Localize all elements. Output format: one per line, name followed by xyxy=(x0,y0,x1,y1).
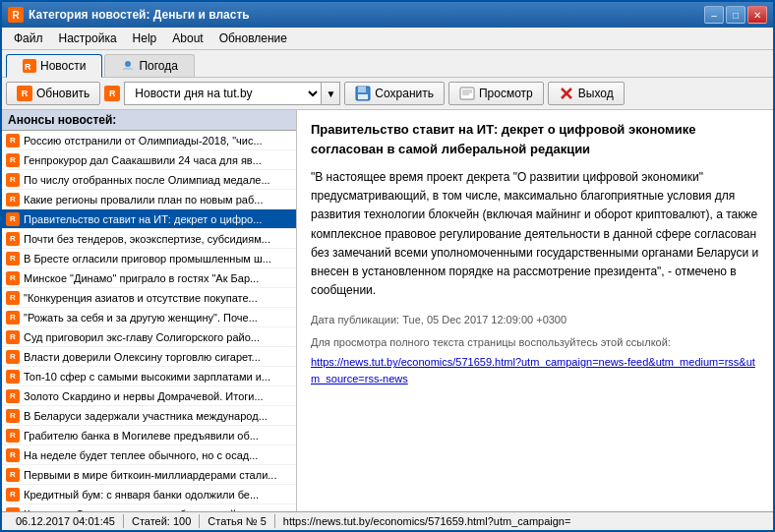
news-item-text: "Конкуренция азиатов и отсутствие покупа… xyxy=(24,292,292,304)
minimize-button[interactable]: – xyxy=(704,6,724,24)
svg-rect-6 xyxy=(460,88,474,99)
rss-item-icon: R xyxy=(6,370,20,384)
article-body: "В настоящее время проект декрета "О раз… xyxy=(311,168,759,300)
news-item-text: На неделе будет теплее обычного, но с ос… xyxy=(24,449,292,461)
news-list-item[interactable]: RВ Беларуси задержали участника междунар… xyxy=(2,406,296,426)
svg-point-2 xyxy=(125,61,131,67)
maximize-button[interactable]: □ xyxy=(726,6,745,24)
feed-select[interactable]: Новости дня на tut.by xyxy=(124,82,321,105)
news-item-text: Какие регионы провалили план по новым ра… xyxy=(24,194,292,206)
toolbar: R Обновить R Новости дня на tut.by ▼ Сох… xyxy=(2,78,773,110)
news-list-item[interactable]: RПервыми в мире биткоин-миллиардерами ст… xyxy=(2,465,296,485)
news-item-text: Почти без тендеров, экоэкспертизе, субси… xyxy=(24,233,292,245)
news-list-item[interactable]: RПравительство ставит на ИТ: декрет о ци… xyxy=(2,209,296,229)
news-item-text: Правительство ставит на ИТ: декрет о циф… xyxy=(24,213,292,225)
news-item-text: Суд приговорил экс-главу Солигорского ра… xyxy=(24,331,292,343)
article-link-label: Для просмотра полного текста страницы во… xyxy=(311,334,759,351)
main-window: R Категория новостей: Деньги и власть – … xyxy=(0,0,775,532)
exit-label: Выход xyxy=(578,87,614,100)
rss-item-icon: R xyxy=(6,232,20,246)
news-item-text: Генпрокурор дал Саакашвили 24 часа для я… xyxy=(24,154,292,166)
news-list-item[interactable]: RКакие регионы провалили план по новым р… xyxy=(2,190,296,209)
rss-item-icon: R xyxy=(6,448,20,462)
menu-help[interactable]: Help xyxy=(125,30,165,47)
news-list-item[interactable]: RТоп-10 сфер с самыми высокими зарплатам… xyxy=(2,367,296,386)
title-controls: – □ ✕ xyxy=(704,6,767,24)
rss-item-icon: R xyxy=(6,193,20,207)
refresh-label: Обновить xyxy=(36,87,89,100)
window-title: Категория новостей: Деньги и власть xyxy=(29,8,250,22)
tab-news-label: Новости xyxy=(40,59,86,73)
rss-item-icon: R xyxy=(6,134,20,148)
tabs-bar: R Новости Погода xyxy=(2,50,773,78)
news-list-item[interactable]: RВласти доверили Олексину торговлю сигар… xyxy=(2,347,296,367)
sidebar-list[interactable]: RРоссию отстранили от Олимпиады-2018, "ч… xyxy=(2,131,296,511)
status-articles: Статей: 100 xyxy=(124,514,200,528)
save-label: Сохранить xyxy=(375,87,434,100)
rss-item-icon: R xyxy=(6,330,20,344)
news-list-item[interactable]: RМинское "Динамо" приграло в гостях "Ак … xyxy=(2,268,296,288)
rss-item-icon: R xyxy=(6,311,20,325)
article-meta: Дата публикации: Tue, 05 Dec 2017 12:09:… xyxy=(311,312,759,386)
menu-about[interactable]: About xyxy=(164,30,210,47)
dropdown-arrow[interactable]: ▼ xyxy=(321,82,340,105)
rss-item-icon: R xyxy=(6,389,20,403)
menu-update[interactable]: Обновление xyxy=(211,30,295,47)
article-date: Дата публикации: Tue, 05 Dec 2017 12:09:… xyxy=(311,312,759,328)
news-item-text: Россию отстранили от Олимпиады-2018, "чи… xyxy=(24,135,292,147)
rss-item-icon: R xyxy=(6,488,20,502)
news-list-item[interactable]: R"Рожать за себя и за другую женщину". П… xyxy=(2,308,296,327)
rss-item-icon: R xyxy=(6,350,20,364)
news-list-item[interactable]: RКредитный бум: с января банки одолжили … xyxy=(2,485,296,504)
rss-item-icon: R xyxy=(6,271,20,285)
news-list-item[interactable]: RСуд приговорил экс-главу Солигорского р… xyxy=(2,327,296,347)
feed-dropdown-wrapper: R Новости дня на tut.by ▼ xyxy=(104,82,340,105)
feed-icon: R xyxy=(104,86,120,101)
tab-news[interactable]: R Новости xyxy=(6,54,102,78)
sidebar: Анонсы новостей: RРоссию отстранили от О… xyxy=(2,110,297,511)
menu-bar: Файл Настройка Help About Обновление xyxy=(2,28,773,50)
tab-weather-label: Погода xyxy=(139,59,178,73)
status-article-num: Статья № 5 xyxy=(200,514,275,528)
svg-rect-4 xyxy=(358,87,366,92)
menu-settings[interactable]: Настройка xyxy=(51,30,125,47)
news-list-item[interactable]: RГрабителю банка в Могилеве предъявили о… xyxy=(2,426,296,445)
preview-button[interactable]: Просмотр xyxy=(448,82,544,105)
news-item-text: Золото Скардино и нервы Домрачевой. Итог… xyxy=(24,390,292,402)
rss-item-icon: R xyxy=(6,409,20,423)
news-item-text: Кредитный бум: с января банки одолжили б… xyxy=(24,489,292,501)
exit-button[interactable]: Выход xyxy=(548,82,625,105)
refresh-button[interactable]: R Обновить xyxy=(6,82,100,105)
close-button[interactable]: ✕ xyxy=(747,6,767,24)
rss-item-icon: R xyxy=(6,153,20,167)
news-list-item[interactable]: RПочти без тендеров, экоэкспертизе, субс… xyxy=(2,229,296,249)
news-item-text: По числу отобранных после Олимпиад медал… xyxy=(24,174,292,186)
tab-weather[interactable]: Погода xyxy=(104,54,195,77)
svg-text:R: R xyxy=(25,62,31,72)
status-url: https://news.tut.by/economics/571659.htm… xyxy=(275,514,767,528)
news-list-item[interactable]: RРоссию отстранили от Олимпиады-2018, "ч… xyxy=(2,131,296,150)
news-list-item[interactable]: RПо числу отобранных после Олимпиад меда… xyxy=(2,170,296,190)
title-bar: R Категория новостей: Деньги и власть – … xyxy=(2,2,773,28)
news-item-text: Власти доверили Олексину торговлю сигаре… xyxy=(24,351,292,363)
app-icon: R xyxy=(8,7,24,23)
news-list-item[interactable]: RНа неделе будет теплее обычного, но с о… xyxy=(2,445,296,465)
rss-item-icon: R xyxy=(6,291,20,305)
news-item-text: В Беларуси задержали участника междунаро… xyxy=(24,410,292,422)
article-content: Правительство ставит на ИТ: декрет о циф… xyxy=(297,110,773,511)
article-title: Правительство ставит на ИТ: декрет о циф… xyxy=(311,120,759,158)
news-list-item[interactable]: RЗолото Скардино и нервы Домрачевой. Ито… xyxy=(2,386,296,406)
menu-file[interactable]: Файл xyxy=(6,30,51,47)
news-list-item[interactable]: RВ Бресте огласили приговор промышленным… xyxy=(2,249,296,268)
news-list-item[interactable]: R"Конкуренция азиатов и отсутствие покуп… xyxy=(2,288,296,308)
news-tab-icon: R xyxy=(23,59,36,73)
refresh-icon: R xyxy=(17,86,32,101)
news-item-text: В Бресте огласили приговор промышленным … xyxy=(24,253,292,265)
status-datetime: 06.12.2017 04:01:45 xyxy=(8,514,124,528)
article-link[interactable]: https://news.tut.by/economics/571659.htm… xyxy=(311,356,755,384)
news-list-item[interactable]: RКостевич: Средняя зарплата в бюджетной … xyxy=(2,504,296,511)
save-button[interactable]: Сохранить xyxy=(344,82,445,105)
news-list-item[interactable]: RГенпрокурор дал Саакашвили 24 часа для … xyxy=(2,150,296,170)
article-body-text: "В настоящее время проект декрета "О раз… xyxy=(311,170,758,297)
exit-icon xyxy=(559,86,574,101)
